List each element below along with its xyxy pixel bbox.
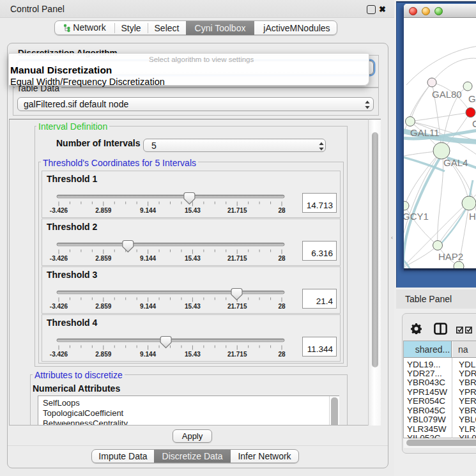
svg-text:28: 28	[278, 303, 286, 310]
svg-text:-3.426: -3.426	[49, 207, 68, 214]
svg-text:9.144: 9.144	[140, 303, 156, 310]
svg-text:GA: GA	[468, 93, 476, 104]
svg-text:-3.426: -3.426	[49, 303, 68, 310]
svg-text:9.144: 9.144	[140, 255, 156, 262]
svg-text:9.144: 9.144	[140, 351, 156, 358]
svg-text:9.144: 9.144	[140, 207, 156, 214]
svg-text:21.715: 21.715	[227, 207, 247, 214]
svg-text:2.859: 2.859	[95, 303, 111, 310]
svg-text:-3.426: -3.426	[49, 351, 68, 358]
svg-text:2.859: 2.859	[95, 207, 111, 214]
svg-text:GAL11: GAL11	[410, 127, 440, 138]
svg-text:28: 28	[278, 255, 286, 262]
svg-text:GAL80: GAL80	[432, 89, 462, 100]
svg-text:2.859: 2.859	[95, 255, 111, 262]
svg-text:15.43: 15.43	[184, 207, 200, 214]
svg-text:21.715: 21.715	[227, 351, 247, 358]
svg-text:21.715: 21.715	[227, 303, 247, 310]
svg-text:28: 28	[278, 207, 286, 214]
svg-text:21.715: 21.715	[227, 255, 247, 262]
svg-text:28: 28	[278, 351, 286, 358]
svg-text:GCY1: GCY1	[404, 211, 429, 222]
svg-text:C: C	[472, 118, 476, 129]
svg-text:15.43: 15.43	[184, 303, 200, 310]
svg-text:15.43: 15.43	[184, 255, 200, 262]
svg-text:GAL4: GAL4	[443, 157, 468, 168]
svg-text:HAP2: HAP2	[438, 251, 463, 262]
svg-text:15.43: 15.43	[184, 351, 200, 358]
svg-text:2.859: 2.859	[95, 351, 111, 358]
svg-text:H: H	[469, 211, 476, 222]
svg-text:-3.426: -3.426	[49, 255, 68, 262]
